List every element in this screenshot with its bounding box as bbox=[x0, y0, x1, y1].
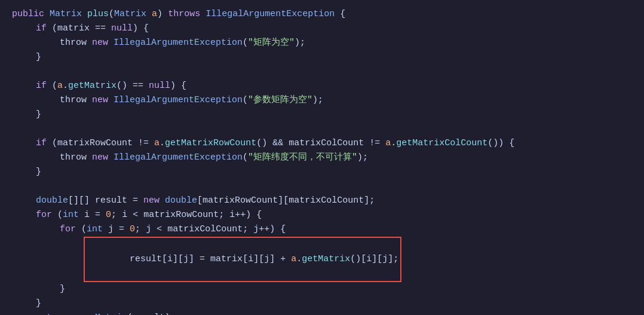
var-result2: result bbox=[130, 254, 162, 264]
keyword-new2: new bbox=[92, 93, 114, 108]
var-j2: j bbox=[146, 222, 151, 237]
code-line-19: } bbox=[12, 296, 632, 311]
code-line-8: } bbox=[12, 108, 632, 122]
var-a4: a bbox=[291, 254, 296, 264]
field-colcount: matrixColCount bbox=[289, 136, 364, 151]
code-line-20: return new Matrix(result); bbox=[12, 311, 632, 315]
var-i4: i bbox=[167, 254, 173, 264]
num-0-2: 0 bbox=[130, 222, 135, 237]
field-rowcount2: matrixRowCount bbox=[203, 194, 278, 208]
code-line-17-wrapper: result[i][j] = matrix[i][j] + a.getMatri… bbox=[12, 237, 632, 282]
code-line-14: double[][] result = new double[matrixRow… bbox=[12, 194, 632, 208]
field-colcount2: matrixColCount bbox=[289, 194, 364, 208]
code-line-18: } bbox=[12, 282, 632, 296]
keyword-if: if bbox=[36, 22, 52, 36]
var-a2: a bbox=[154, 136, 160, 151]
keyword-throws: throws bbox=[168, 7, 206, 22]
keyword-for: for bbox=[36, 208, 57, 222]
keyword-if2: if bbox=[36, 79, 52, 93]
code-line-6: if (a.getMatrix() == null) { bbox=[12, 79, 632, 93]
field-colcount3: matrixColCount bbox=[167, 222, 243, 237]
var-j4: j bbox=[183, 254, 189, 264]
method-getcolcount: getMatrixColCount bbox=[396, 136, 487, 151]
method-getrowcount: getMatrixRowCount bbox=[165, 136, 256, 151]
type-int2: int bbox=[87, 222, 103, 237]
string-param-null: "参数矩阵为空" bbox=[248, 93, 312, 108]
keyword-throw: throw bbox=[60, 36, 92, 50]
var-i3: i bbox=[229, 208, 235, 222]
method-getmatrix: getMatrix bbox=[68, 79, 116, 93]
code-line-3: throw new IllegalArgumentException("矩阵为空… bbox=[12, 36, 632, 50]
keyword-return: return bbox=[36, 311, 73, 315]
code-line-4: } bbox=[12, 50, 632, 65]
var-result3: result bbox=[133, 311, 165, 315]
var-result: result bbox=[95, 194, 127, 208]
field-rowcount3: matrixRowCount bbox=[143, 208, 219, 222]
field-matrix2: matrix bbox=[210, 254, 243, 264]
code-line-12: } bbox=[12, 165, 632, 179]
type-matrix: Matrix bbox=[50, 7, 87, 22]
keyword-throw3: throw bbox=[60, 151, 92, 165]
code-line-13 bbox=[12, 179, 632, 194]
keyword-null: null bbox=[111, 22, 133, 36]
keyword-if3: if bbox=[36, 136, 52, 151]
type-iae2: IllegalArgumentException bbox=[114, 93, 243, 108]
var-i2: i bbox=[122, 208, 127, 222]
type-double2: double bbox=[165, 194, 197, 208]
string-null-matrix: "矩阵为空" bbox=[248, 36, 295, 50]
keyword-for2: for bbox=[60, 222, 81, 237]
code-line-2: if (matrix == null) { bbox=[12, 22, 632, 36]
keyword-throw2: throw bbox=[60, 93, 92, 108]
code-line-10: if (matrixRowCount != a.getMatrixRowCoun… bbox=[12, 136, 632, 151]
type-iae3: IllegalArgumentException bbox=[114, 151, 243, 165]
type-double: double bbox=[36, 194, 68, 208]
keyword-new4: new bbox=[143, 194, 165, 208]
num-0: 0 bbox=[106, 208, 111, 222]
param-a: a bbox=[152, 7, 157, 22]
type-iae: IllegalArgumentException bbox=[114, 36, 243, 50]
type-matrix-param: Matrix bbox=[114, 7, 146, 22]
var-a3: a bbox=[385, 136, 391, 151]
keyword-new: new bbox=[92, 36, 114, 50]
var-j: j bbox=[108, 222, 114, 237]
string-dim-mismatch: "矩阵纬度不同，不可计算" bbox=[248, 151, 357, 165]
var-j3: j bbox=[253, 222, 259, 237]
method-plus: plus bbox=[87, 7, 109, 22]
code-line-1: public Matrix plus(Matrix a) throws Ille… bbox=[12, 7, 632, 22]
code-line-5 bbox=[12, 65, 632, 79]
code-line-11: throw new IllegalArgumentException("矩阵纬度… bbox=[12, 151, 632, 165]
code-line-9 bbox=[12, 122, 632, 136]
keyword-public: public bbox=[12, 7, 50, 22]
highlighted-code-line: result[i][j] = matrix[i][j] + a.getMatri… bbox=[84, 237, 401, 282]
var-a: a bbox=[57, 79, 63, 93]
code-line-16: for (int j = 0; j < matrixColCount; j++)… bbox=[12, 222, 632, 237]
code-editor: public Matrix plus(Matrix a) throws Ille… bbox=[0, 0, 644, 315]
type-int: int bbox=[63, 208, 79, 222]
var-i: i bbox=[84, 208, 90, 222]
field-rowcount: matrixRowCount bbox=[57, 136, 133, 151]
type-matrix2: Matrix bbox=[95, 311, 127, 315]
code-line-15: for (int i = 0; i < matrixRowCount; i++)… bbox=[12, 208, 632, 222]
field-matrix: matrix bbox=[57, 22, 90, 36]
var-j6: j bbox=[382, 254, 388, 264]
var-i6: i bbox=[366, 254, 372, 264]
method-getmatrix2: getMatrix bbox=[302, 254, 350, 264]
keyword-new3: new bbox=[92, 151, 114, 165]
code-line-7: throw new IllegalArgumentException("参数矩阵… bbox=[12, 93, 632, 108]
type-exception: IllegalArgumentException bbox=[206, 7, 335, 22]
var-j5: j bbox=[264, 254, 269, 264]
var-i5: i bbox=[248, 254, 253, 264]
keyword-null2: null bbox=[149, 79, 170, 93]
keyword-new5: new bbox=[73, 311, 95, 315]
